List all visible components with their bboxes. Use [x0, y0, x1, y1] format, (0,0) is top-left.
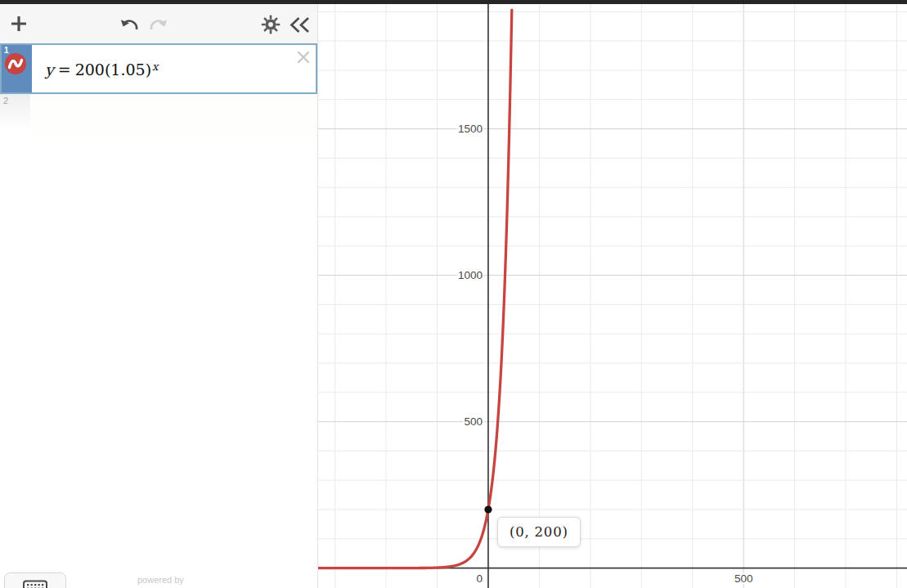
formula-variable: y: [45, 61, 54, 79]
powered-by-watermark[interactable]: powered by: [137, 575, 184, 585]
collapse-left-icon: [289, 25, 311, 37]
add-expression-button[interactable]: [10, 15, 28, 33]
svg-text:1000: 1000: [458, 269, 483, 281]
gear-icon: [261, 25, 281, 37]
show-keyboard-button[interactable]: [4, 572, 66, 588]
formula-body: 200(1.05): [75, 61, 151, 79]
expression-1-formula: y=200(1.05)x: [45, 61, 158, 79]
graph-canvas[interactable]: 500100015000500: [318, 4, 907, 588]
expression-1-gutter: 1: [2, 45, 32, 92]
formula-equals: =: [58, 61, 71, 79]
undo-icon: [119, 23, 139, 35]
svg-text:500: 500: [734, 572, 753, 585]
expression-row-2[interactable]: 2: [0, 94, 317, 137]
svg-text:1500: 1500: [458, 123, 483, 135]
expression-row-1[interactable]: 1 y=200(1.05)x: [0, 43, 317, 94]
delete-expression-button[interactable]: [295, 49, 312, 65]
expression-2-input[interactable]: [30, 94, 317, 137]
graph-settings-button[interactable]: [261, 15, 281, 34]
expression-panel: 1 y=200(1.05)x: [0, 4, 318, 588]
redo-button[interactable]: [149, 16, 168, 33]
point-label-tooltip: (0, 200): [497, 517, 581, 547]
expression-2-index: 2: [3, 96, 8, 105]
desmos-wave-icon: [4, 65, 27, 78]
svg-text:500: 500: [464, 415, 483, 428]
close-x-icon: [295, 56, 312, 68]
collapse-panel-button[interactable]: [289, 16, 311, 34]
graph-paper[interactable]: 500100015000500 (0, 200): [318, 4, 907, 588]
expression-2-gutter: 2: [0, 94, 30, 137]
plus-icon: [10, 23, 28, 35]
expression-1-input[interactable]: y=200(1.05)x: [32, 45, 316, 92]
redo-icon: [149, 23, 168, 35]
undo-button[interactable]: [119, 16, 139, 33]
formula-exponent: x: [152, 61, 158, 73]
window-top-bar: [0, 0, 907, 4]
expression-1-color-toggle[interactable]: [4, 52, 27, 75]
expressions-toolbar: [0, 4, 317, 43]
svg-text:0: 0: [476, 572, 483, 585]
